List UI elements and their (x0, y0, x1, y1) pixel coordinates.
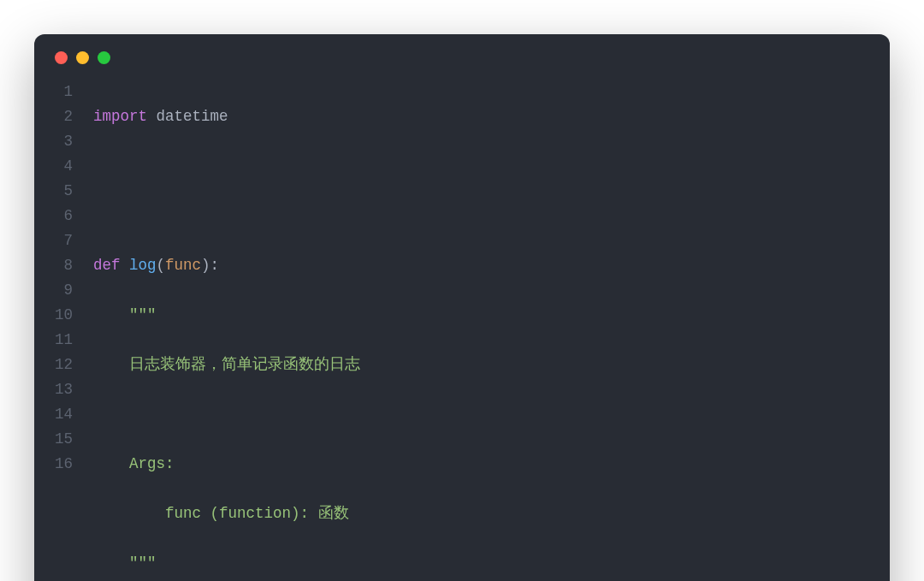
line-number: 7 (55, 228, 73, 253)
line-number: 3 (55, 129, 73, 154)
code-line (93, 204, 869, 228)
docstring-quote: """ (129, 554, 157, 572)
code-line: import datetime (93, 104, 869, 129)
line-number: 2 (55, 104, 73, 129)
keyword-def: def (93, 257, 121, 274)
module-name: datetime (147, 108, 228, 125)
docstring-text: 日志装饰器，简单记录函数的日志 (129, 356, 360, 373)
line-number: 12 (55, 353, 73, 377)
function-name: log (129, 257, 157, 274)
keyword-import: import (93, 108, 147, 125)
docstring-text: func (function): 函数 (165, 505, 349, 522)
code-line (93, 402, 869, 427)
code-line (93, 154, 869, 179)
line-number: 11 (55, 328, 73, 353)
line-number: 10 (55, 303, 73, 328)
code-line: """ (93, 551, 869, 576)
code-window: 1 2 3 4 5 6 7 8 9 10 11 12 13 14 15 16 i… (34, 34, 890, 581)
code-line: func (function): 函数 (93, 501, 869, 526)
code-line: 日志装饰器，简单记录函数的日志 (93, 353, 869, 377)
line-number: 1 (55, 80, 73, 104)
line-number: 8 (55, 253, 73, 278)
docstring-quote: """ (129, 306, 157, 323)
line-number: 14 (55, 402, 73, 427)
line-number: 16 (55, 452, 73, 477)
code-line: """ (93, 303, 869, 328)
code-line: Args: (93, 452, 869, 477)
code-line: def log(func): (93, 253, 869, 278)
line-number: 5 (55, 179, 73, 204)
line-number-gutter: 1 2 3 4 5 6 7 8 9 10 11 12 13 14 15 16 (55, 80, 93, 581)
zoom-icon[interactable] (98, 51, 110, 64)
line-number: 4 (55, 154, 73, 179)
line-number: 13 (55, 377, 73, 402)
code-content[interactable]: import datetime def log(func): """ 日志装饰器… (93, 80, 869, 581)
code-editor[interactable]: 1 2 3 4 5 6 7 8 9 10 11 12 13 14 15 16 i… (55, 80, 869, 581)
window-titlebar (55, 51, 869, 80)
line-number: 6 (55, 204, 73, 228)
parameter: func (165, 257, 201, 274)
line-number: 9 (55, 278, 73, 303)
line-number: 15 (55, 427, 73, 452)
docstring-text: Args: (129, 455, 175, 472)
close-icon[interactable] (55, 51, 68, 64)
minimize-icon[interactable] (76, 51, 89, 64)
